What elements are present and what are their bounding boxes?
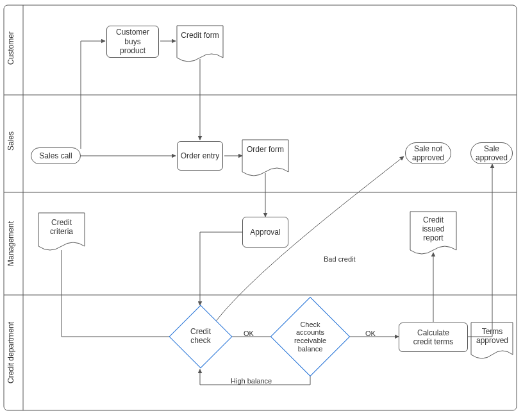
node-approval[interactable]: Approval	[242, 217, 288, 248]
node-credit-check-label: Credit check	[178, 314, 223, 359]
node-order-form[interactable]: Order form	[242, 145, 288, 154]
edge-label-high-balance: High balance	[231, 377, 272, 385]
lane-label-sales: Sales	[6, 128, 15, 154]
node-credit-criteria[interactable]: Credit criteria	[38, 218, 85, 236]
swimlane-diagram: Customer Sales Management Credit departm…	[0, 0, 523, 420]
edge-label-bad-credit: Bad credit	[324, 255, 356, 263]
node-customer-buys[interactable]: Customer buys product	[106, 26, 159, 58]
edge-label-ok-2: OK	[365, 330, 376, 337]
node-credit-check[interactable]: Credit check	[178, 314, 223, 359]
lane-label-customer: Customer	[6, 29, 15, 67]
lane-label-management: Management	[6, 218, 15, 269]
node-credit-form[interactable]: Credit form	[177, 31, 223, 40]
node-sale-not-approved[interactable]: Sale not approved	[405, 142, 451, 164]
edge-label-ok-1: OK	[244, 330, 254, 337]
node-sales-call[interactable]: Sales call	[31, 147, 81, 164]
node-calculate-terms[interactable]: Calculate credit terms	[399, 323, 468, 352]
node-order-entry[interactable]: Order entry	[177, 141, 223, 171]
diagram-svg	[0, 0, 523, 420]
node-check-ar-balance[interactable]: Check accounts receivable balance	[282, 308, 338, 365]
node-terms-approved[interactable]: Terms approved	[471, 327, 513, 345]
node-check-ar-balance-label: Check accounts receivable balance	[282, 308, 338, 365]
lane-label-credit-dept: Credit department	[6, 317, 15, 388]
node-sale-approved[interactable]: Sale approved	[470, 142, 513, 164]
node-credit-issued-report[interactable]: Credit issued report	[410, 215, 456, 242]
